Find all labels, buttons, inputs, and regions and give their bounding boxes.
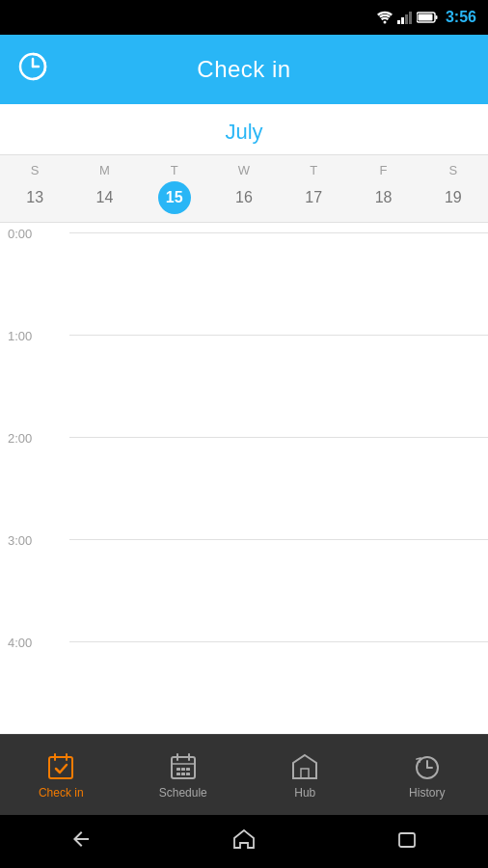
svg-rect-22 — [181, 773, 185, 775]
nav-hub[interactable]: Hub — [244, 751, 366, 800]
svg-rect-19 — [181, 768, 185, 771]
android-nav-bar — [0, 815, 488, 868]
week-day-19[interactable]: S19 — [419, 163, 488, 214]
status-bar: 3:56 — [0, 0, 488, 35]
week-day-17[interactable]: T17 — [279, 163, 348, 214]
week-day-18[interactable]: F18 — [348, 163, 418, 214]
svg-rect-23 — [186, 773, 190, 775]
week-row: S13M14T15W16T17F18S19 — [0, 154, 488, 223]
nav-history[interactable]: History — [366, 751, 489, 800]
nav-schedule-label: Schedule — [159, 786, 207, 800]
nav-checkin-label: Check in — [39, 786, 84, 800]
app-header: Check in — [0, 35, 488, 104]
svg-rect-30 — [399, 833, 415, 847]
svg-rect-6 — [435, 15, 437, 19]
svg-rect-2 — [401, 17, 404, 24]
checkin-header-icon — [17, 51, 48, 89]
svg-point-0 — [383, 21, 386, 24]
svg-rect-21 — [176, 773, 180, 775]
svg-marker-29 — [234, 830, 254, 848]
nav-checkin[interactable]: Check in — [0, 751, 122, 800]
history-icon — [412, 751, 443, 782]
recent-apps-button[interactable] — [395, 827, 419, 856]
nav-history-label: History — [409, 786, 445, 800]
signal-icon — [397, 11, 413, 24]
wifi-icon — [376, 11, 393, 24]
hub-icon — [289, 751, 320, 782]
time-slot-3:00: 3:00 — [0, 529, 488, 632]
back-button[interactable] — [69, 827, 93, 856]
battery-icon — [417, 12, 438, 23]
svg-rect-18 — [176, 768, 180, 771]
checkin-icon — [45, 751, 76, 782]
svg-rect-7 — [418, 14, 432, 21]
time-slot-2:00: 2:00 — [0, 427, 488, 529]
svg-rect-3 — [405, 14, 408, 24]
bottom-nav: Check in Schedule Hub — [0, 734, 488, 815]
svg-rect-4 — [409, 12, 412, 24]
schedule-icon — [168, 751, 199, 782]
svg-rect-11 — [49, 757, 72, 778]
page-title: Check in — [197, 56, 290, 83]
svg-rect-1 — [397, 20, 400, 24]
week-day-15[interactable]: T15 — [140, 163, 209, 214]
week-day-16[interactable]: W16 — [209, 163, 279, 214]
status-icons: 3:56 — [376, 9, 476, 26]
svg-rect-20 — [186, 768, 190, 771]
time-slot-0:00: 0:00 — [0, 223, 488, 325]
time-slot-4:00: 4:00 — [0, 632, 488, 734]
svg-rect-25 — [301, 769, 309, 778]
time-grid: 0:001:002:003:004:00 — [0, 223, 488, 734]
week-day-13[interactable]: S13 — [0, 163, 69, 214]
month-label: July — [0, 104, 488, 154]
nav-hub-label: Hub — [294, 786, 315, 800]
status-time: 3:56 — [446, 9, 476, 26]
week-day-14[interactable]: M14 — [69, 163, 139, 214]
nav-schedule[interactable]: Schedule — [122, 751, 245, 800]
time-slot-1:00: 1:00 — [0, 325, 488, 427]
svg-marker-24 — [293, 755, 316, 778]
home-button[interactable] — [232, 827, 256, 856]
